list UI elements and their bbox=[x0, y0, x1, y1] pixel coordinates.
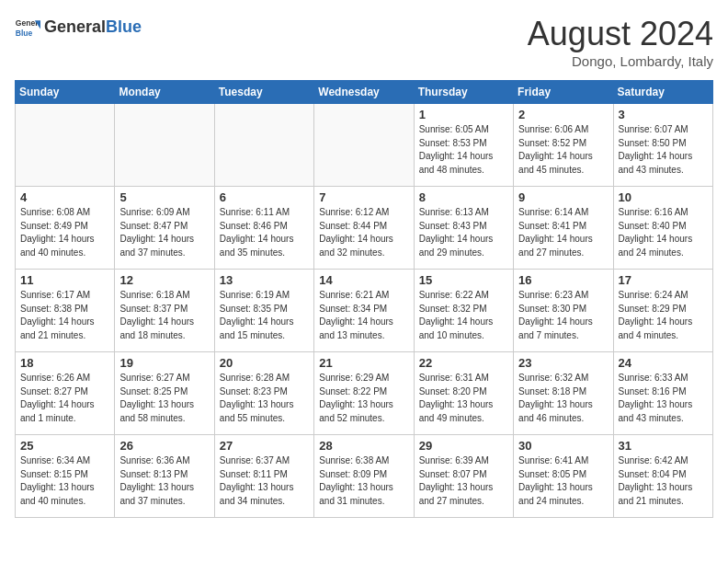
day-number: 30 bbox=[518, 439, 608, 453]
week-row-1: 1Sunrise: 6:05 AM Sunset: 8:53 PM Daylig… bbox=[16, 104, 713, 187]
day-info: Sunrise: 6:39 AM Sunset: 8:07 PM Dayligh… bbox=[419, 454, 508, 508]
day-number: 21 bbox=[319, 356, 408, 370]
day-info: Sunrise: 6:16 AM Sunset: 8:40 PM Dayligh… bbox=[619, 206, 708, 259]
day-number: 3 bbox=[619, 108, 708, 121]
calendar-cell: 29Sunrise: 6:39 AM Sunset: 8:07 PM Dayli… bbox=[414, 435, 513, 518]
page-header: General Blue GeneralBlue August 2024 Don… bbox=[15, 15, 713, 69]
logo: General Blue GeneralBlue bbox=[15, 15, 142, 40]
day-number: 15 bbox=[419, 273, 508, 287]
calendar-cell: 14Sunrise: 6:21 AM Sunset: 8:34 PM Dayli… bbox=[314, 270, 414, 352]
day-info: Sunrise: 6:05 AM Sunset: 8:53 PM Dayligh… bbox=[419, 123, 508, 177]
day-number: 5 bbox=[119, 190, 209, 204]
calendar-cell: 18Sunrise: 6:26 AM Sunset: 8:27 PM Dayli… bbox=[16, 352, 115, 435]
calendar-cell: 28Sunrise: 6:38 AM Sunset: 8:09 PM Dayli… bbox=[314, 435, 414, 518]
day-info: Sunrise: 6:34 AM Sunset: 8:15 PM Dayligh… bbox=[20, 454, 109, 508]
calendar-cell: 23Sunrise: 6:32 AM Sunset: 8:18 PM Dayli… bbox=[514, 352, 613, 435]
day-info: Sunrise: 6:32 AM Sunset: 8:18 PM Dayligh… bbox=[518, 372, 608, 425]
day-number: 19 bbox=[119, 356, 209, 370]
day-number: 20 bbox=[220, 356, 309, 370]
calendar-cell: 20Sunrise: 6:28 AM Sunset: 8:23 PM Dayli… bbox=[214, 352, 313, 435]
calendar-cell: 12Sunrise: 6:18 AM Sunset: 8:37 PM Dayli… bbox=[115, 270, 214, 352]
day-info: Sunrise: 6:26 AM Sunset: 8:27 PM Dayligh… bbox=[20, 372, 109, 425]
day-number: 17 bbox=[619, 273, 708, 287]
day-number: 1 bbox=[419, 108, 508, 121]
calendar-cell bbox=[314, 104, 414, 187]
calendar-header-row: SundayMondayTuesdayWednesdayThursdayFrid… bbox=[16, 81, 713, 104]
day-number: 13 bbox=[220, 273, 309, 287]
day-number: 4 bbox=[20, 190, 109, 204]
day-info: Sunrise: 6:41 AM Sunset: 8:05 PM Dayligh… bbox=[518, 454, 608, 508]
calendar-cell: 25Sunrise: 6:34 AM Sunset: 8:15 PM Dayli… bbox=[16, 435, 115, 518]
calendar-cell: 26Sunrise: 6:36 AM Sunset: 8:13 PM Dayli… bbox=[115, 435, 214, 518]
day-info: Sunrise: 6:27 AM Sunset: 8:25 PM Dayligh… bbox=[119, 372, 209, 425]
header-friday: Friday bbox=[514, 81, 613, 104]
day-info: Sunrise: 6:12 AM Sunset: 8:44 PM Dayligh… bbox=[319, 206, 408, 259]
calendar-cell: 2Sunrise: 6:06 AM Sunset: 8:52 PM Daylig… bbox=[514, 104, 613, 187]
calendar-cell: 31Sunrise: 6:42 AM Sunset: 8:04 PM Dayli… bbox=[613, 435, 712, 518]
week-row-4: 18Sunrise: 6:26 AM Sunset: 8:27 PM Dayli… bbox=[16, 352, 713, 435]
calendar-cell: 1Sunrise: 6:05 AM Sunset: 8:53 PM Daylig… bbox=[414, 104, 513, 187]
calendar-cell: 24Sunrise: 6:33 AM Sunset: 8:16 PM Dayli… bbox=[613, 352, 712, 435]
day-number: 6 bbox=[220, 190, 309, 204]
day-info: Sunrise: 6:23 AM Sunset: 8:30 PM Dayligh… bbox=[518, 289, 608, 342]
day-number: 11 bbox=[20, 273, 109, 287]
day-info: Sunrise: 6:37 AM Sunset: 8:11 PM Dayligh… bbox=[220, 454, 309, 508]
header-monday: Monday bbox=[115, 81, 214, 104]
day-number: 31 bbox=[619, 439, 708, 453]
calendar-cell bbox=[16, 104, 115, 187]
calendar-cell: 4Sunrise: 6:08 AM Sunset: 8:49 PM Daylig… bbox=[16, 187, 115, 270]
header-saturday: Saturday bbox=[613, 81, 712, 104]
header-wednesday: Wednesday bbox=[314, 81, 414, 104]
calendar-cell bbox=[115, 104, 214, 187]
day-number: 24 bbox=[619, 356, 708, 370]
day-number: 8 bbox=[419, 190, 508, 204]
calendar-cell: 9Sunrise: 6:14 AM Sunset: 8:41 PM Daylig… bbox=[514, 187, 613, 270]
calendar-cell: 16Sunrise: 6:23 AM Sunset: 8:30 PM Dayli… bbox=[514, 270, 613, 352]
calendar-cell: 8Sunrise: 6:13 AM Sunset: 8:43 PM Daylig… bbox=[414, 187, 513, 270]
calendar-cell: 21Sunrise: 6:29 AM Sunset: 8:22 PM Dayli… bbox=[314, 352, 414, 435]
day-info: Sunrise: 6:29 AM Sunset: 8:22 PM Dayligh… bbox=[319, 372, 408, 425]
day-info: Sunrise: 6:42 AM Sunset: 8:04 PM Dayligh… bbox=[619, 454, 708, 508]
day-info: Sunrise: 6:22 AM Sunset: 8:32 PM Dayligh… bbox=[419, 289, 508, 342]
logo-icon: General Blue bbox=[15, 15, 40, 40]
day-info: Sunrise: 6:13 AM Sunset: 8:43 PM Dayligh… bbox=[419, 206, 508, 259]
day-info: Sunrise: 6:31 AM Sunset: 8:20 PM Dayligh… bbox=[419, 372, 508, 425]
week-row-2: 4Sunrise: 6:08 AM Sunset: 8:49 PM Daylig… bbox=[16, 187, 713, 270]
day-info: Sunrise: 6:07 AM Sunset: 8:50 PM Dayligh… bbox=[619, 123, 708, 177]
header-thursday: Thursday bbox=[414, 81, 513, 104]
calendar-cell: 15Sunrise: 6:22 AM Sunset: 8:32 PM Dayli… bbox=[414, 270, 513, 352]
calendar-cell: 6Sunrise: 6:11 AM Sunset: 8:46 PM Daylig… bbox=[214, 187, 313, 270]
location: Dongo, Lombardy, Italy bbox=[528, 53, 713, 69]
calendar-cell bbox=[214, 104, 313, 187]
calendar-cell: 30Sunrise: 6:41 AM Sunset: 8:05 PM Dayli… bbox=[514, 435, 613, 518]
day-info: Sunrise: 6:21 AM Sunset: 8:34 PM Dayligh… bbox=[319, 289, 408, 342]
month-year: August 2024 bbox=[528, 15, 713, 53]
day-info: Sunrise: 6:14 AM Sunset: 8:41 PM Dayligh… bbox=[518, 206, 608, 259]
day-number: 26 bbox=[119, 439, 209, 453]
calendar-cell: 10Sunrise: 6:16 AM Sunset: 8:40 PM Dayli… bbox=[613, 187, 712, 270]
day-info: Sunrise: 6:19 AM Sunset: 8:35 PM Dayligh… bbox=[220, 289, 309, 342]
logo-text: GeneralBlue bbox=[44, 18, 142, 37]
calendar-cell: 17Sunrise: 6:24 AM Sunset: 8:29 PM Dayli… bbox=[613, 270, 712, 352]
calendar-cell: 27Sunrise: 6:37 AM Sunset: 8:11 PM Dayli… bbox=[214, 435, 313, 518]
day-info: Sunrise: 6:36 AM Sunset: 8:13 PM Dayligh… bbox=[119, 454, 209, 508]
calendar-cell: 5Sunrise: 6:09 AM Sunset: 8:47 PM Daylig… bbox=[115, 187, 214, 270]
day-number: 10 bbox=[619, 190, 708, 204]
day-number: 22 bbox=[419, 356, 508, 370]
day-number: 2 bbox=[518, 108, 608, 121]
calendar-table: SundayMondayTuesdayWednesdayThursdayFrid… bbox=[15, 80, 713, 518]
week-row-5: 25Sunrise: 6:34 AM Sunset: 8:15 PM Dayli… bbox=[16, 435, 713, 518]
day-info: Sunrise: 6:33 AM Sunset: 8:16 PM Dayligh… bbox=[619, 372, 708, 425]
day-number: 29 bbox=[419, 439, 508, 453]
header-sunday: Sunday bbox=[16, 81, 115, 104]
day-info: Sunrise: 6:24 AM Sunset: 8:29 PM Dayligh… bbox=[619, 289, 708, 342]
day-number: 28 bbox=[319, 439, 408, 453]
calendar-cell: 11Sunrise: 6:17 AM Sunset: 8:38 PM Dayli… bbox=[16, 270, 115, 352]
day-info: Sunrise: 6:38 AM Sunset: 8:09 PM Dayligh… bbox=[319, 454, 408, 508]
day-number: 7 bbox=[319, 190, 408, 204]
day-info: Sunrise: 6:09 AM Sunset: 8:47 PM Dayligh… bbox=[119, 206, 209, 259]
day-number: 18 bbox=[20, 356, 109, 370]
calendar-cell: 3Sunrise: 6:07 AM Sunset: 8:50 PM Daylig… bbox=[613, 104, 712, 187]
title-block: August 2024 Dongo, Lombardy, Italy bbox=[528, 15, 713, 69]
day-info: Sunrise: 6:06 AM Sunset: 8:52 PM Dayligh… bbox=[518, 123, 608, 177]
